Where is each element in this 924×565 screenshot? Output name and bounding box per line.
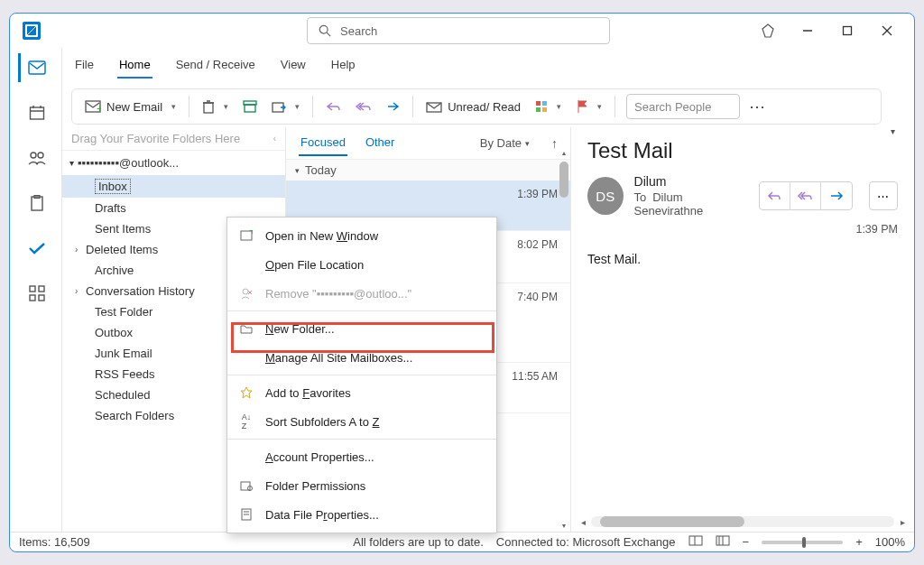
tab-other[interactable]: Other — [364, 130, 397, 156]
menu-file[interactable]: File — [73, 54, 96, 79]
forward-button[interactable] — [378, 92, 407, 121]
svg-point-12 — [38, 153, 43, 158]
close-button[interactable] — [867, 14, 907, 48]
ctx-new-folder[interactable]: New Folder... — [227, 314, 496, 343]
status-bar: Items: 16,509 All folders are up to date… — [10, 532, 914, 551]
svg-point-11 — [31, 153, 36, 158]
reply-button[interactable] — [319, 92, 347, 121]
collapse-chevron-icon[interactable]: ‹ — [273, 134, 276, 144]
premium-icon[interactable] — [748, 14, 788, 48]
svg-rect-17 — [30, 295, 35, 301]
account-node[interactable]: ▾ ▪▪▪▪▪▪▪▪▪▪@outlook... — [62, 151, 285, 175]
left-rail — [10, 48, 62, 532]
archive-button[interactable] — [236, 92, 264, 121]
reply-all-action-icon[interactable] — [790, 181, 821, 210]
svg-rect-29 — [542, 101, 547, 106]
message-scrollbar[interactable]: ▴ ▾ — [558, 160, 570, 532]
ctx-open-file-location[interactable]: Open File Location — [227, 250, 496, 279]
chevron-down-icon: ▾ — [69, 158, 74, 168]
group-today[interactable]: ▾Today — [286, 160, 570, 181]
folder-inbox[interactable]: Inbox — [62, 175, 285, 198]
recipient-line: To Dilum Senevirathne — [634, 190, 748, 218]
favorites-hint: Drag Your Favorite Folders Here ‹ — [62, 127, 285, 151]
svg-point-0 — [319, 25, 328, 33]
chevron-down-icon: ▾ — [171, 102, 176, 111]
svg-rect-32 — [689, 536, 702, 545]
folder-drafts[interactable]: Drafts — [62, 198, 285, 218]
zoom-out-button[interactable]: − — [743, 535, 750, 549]
menu-help[interactable]: Help — [329, 54, 357, 79]
ribbon-more-button[interactable]: ⋯ — [740, 97, 775, 116]
search-icon — [319, 24, 331, 37]
ribbon: + New Email ▾ ▾ ▾ Unread/ Read ▾ ▾ Searc… — [62, 86, 914, 127]
view-normal-icon[interactable] — [688, 535, 703, 549]
header-actions — [759, 181, 853, 210]
forward-action-icon[interactable] — [821, 181, 852, 210]
ctx-account-properties[interactable]: Account Properties... — [227, 442, 496, 471]
context-menu: +Open in New Window Open File Location R… — [226, 217, 497, 533]
new-email-button[interactable]: + New Email ▾ — [78, 92, 183, 121]
svg-rect-16 — [39, 286, 44, 292]
mail-time: 1:39 PM — [587, 223, 898, 236]
titlebar: Search — [10, 14, 914, 48]
ctx-sort-az[interactable]: A↓ZSort Subfolders A to Z — [227, 407, 496, 436]
svg-rect-30 — [536, 107, 541, 112]
svg-rect-6 — [29, 61, 45, 74]
svg-point-39 — [243, 289, 248, 294]
status-connection: Connected to: Microsoft Exchange — [496, 535, 676, 549]
reply-action-icon[interactable] — [760, 181, 790, 210]
avatar: DS — [587, 177, 624, 215]
svg-rect-15 — [30, 286, 35, 292]
sort-az-icon: A↓Z — [238, 412, 254, 431]
reading-hscroll[interactable]: ◂▸ — [578, 515, 907, 528]
ctx-manage-mailboxes[interactable]: Manage All Site Mailboxes... — [227, 343, 496, 372]
outlook-logo-icon — [23, 22, 41, 40]
apps-rail-icon[interactable] — [18, 279, 54, 308]
status-sync: All folders are up to date. — [353, 535, 484, 549]
svg-rect-7 — [31, 107, 44, 119]
todo-rail-icon[interactable] — [18, 234, 54, 263]
ctx-remove-account: Remove "▪▪▪▪▪▪▪▪▪@outloo..." — [227, 279, 496, 308]
unread-read-button[interactable]: Unread/ Read — [419, 92, 528, 121]
svg-text:+: + — [97, 102, 101, 113]
ctx-data-file-properties[interactable]: Data File Properties... — [227, 500, 496, 529]
delete-button[interactable]: ▾ — [195, 92, 236, 121]
mail-rail-icon[interactable] — [18, 53, 54, 82]
menu-sendreceive[interactable]: Send / Receive — [174, 54, 257, 79]
categorize-button[interactable]: ▾ — [528, 92, 568, 121]
message-list-header: Focused Other By Date ▾ ↑ — [286, 127, 570, 160]
reply-all-button[interactable] — [347, 92, 378, 121]
people-rail-icon[interactable] — [18, 144, 54, 172]
zoom-in-button[interactable]: + — [855, 535, 863, 549]
header-more-button[interactable]: ⋯ — [869, 181, 898, 210]
flag-button[interactable]: ▾ — [568, 92, 609, 121]
new-email-icon: + — [85, 100, 101, 113]
search-placeholder: Search — [340, 24, 377, 38]
ctx-add-favorites[interactable]: Add to Favorites — [227, 378, 496, 407]
sort-by-date[interactable]: By Date ▾ — [480, 136, 530, 150]
tasks-rail-icon[interactable] — [18, 189, 54, 218]
maximize-button[interactable] — [827, 14, 867, 48]
search-input[interactable]: Search — [307, 17, 610, 44]
menu-home[interactable]: Home — [117, 54, 152, 79]
new-email-label: New Email — [106, 100, 162, 114]
move-button[interactable]: ▾ — [264, 92, 307, 121]
menu-view[interactable]: View — [279, 54, 308, 79]
envelope-icon — [426, 100, 442, 113]
account-label: ▪▪▪▪▪▪▪▪▪▪@outlook... — [78, 156, 179, 170]
svg-rect-21 — [204, 103, 213, 113]
svg-rect-13 — [32, 197, 42, 210]
minimize-button[interactable] — [788, 14, 827, 48]
ctx-folder-permissions[interactable]: Folder Permissions — [227, 471, 496, 500]
star-icon — [238, 386, 254, 399]
status-items: Items: 16,509 — [19, 535, 90, 549]
ctx-open-new-window[interactable]: +Open in New Window — [227, 221, 496, 250]
zoom-slider[interactable] — [762, 541, 843, 544]
zoom-percent: 100% — [875, 535, 905, 549]
sort-direction-icon[interactable]: ↑ — [551, 136, 558, 151]
search-people-input[interactable]: Search People — [626, 94, 740, 119]
tab-focused[interactable]: Focused — [299, 130, 347, 156]
new-window-icon: + — [238, 230, 254, 241]
calendar-rail-icon[interactable] — [18, 98, 54, 127]
view-reading-icon[interactable] — [716, 535, 730, 549]
